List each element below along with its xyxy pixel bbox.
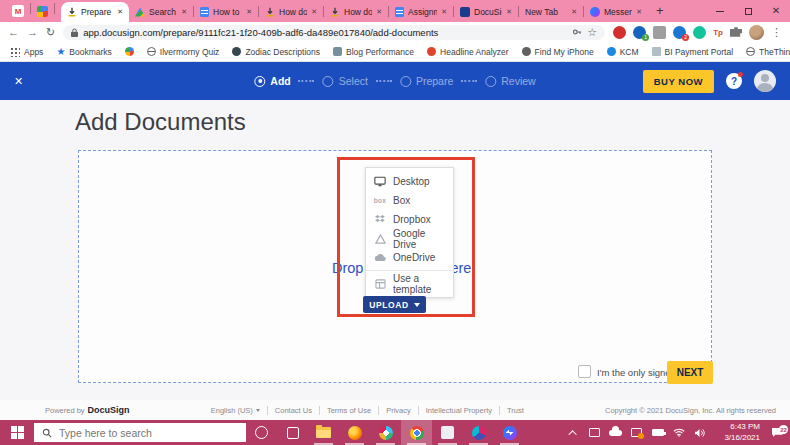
- grammarly-icon[interactable]: [693, 26, 706, 39]
- snip-tray-button[interactable]: [626, 420, 647, 445]
- maximize-button[interactable]: [734, 0, 762, 22]
- profile-avatar[interactable]: [749, 25, 764, 40]
- volume-button[interactable]: [689, 420, 710, 445]
- menu-item-google-drive[interactable]: Google Drive: [366, 229, 453, 248]
- step-prepare[interactable]: Prepare: [400, 75, 453, 87]
- tab-close-icon[interactable]: ✕: [311, 8, 317, 16]
- menu-item-onedrive[interactable]: OneDrive: [366, 248, 453, 267]
- bookmark-folder[interactable]: ★Bookmarks: [56, 47, 111, 57]
- action-center-button[interactable]: 22: [764, 428, 790, 437]
- footer-link-terms[interactable]: Terms of Use: [319, 406, 378, 415]
- tab-docusign[interactable]: DocuSig ✕: [454, 2, 518, 22]
- task-view-button[interactable]: [277, 420, 308, 445]
- step-select[interactable]: Select: [323, 75, 368, 87]
- next-button[interactable]: NEXT: [667, 361, 713, 384]
- tp-extension-icon[interactable]: Tp: [713, 26, 723, 39]
- tab-assignment[interactable]: Assignm ✕: [389, 2, 453, 22]
- bookmark-ilvermorny[interactable]: Ilvermorny Quiz: [147, 47, 220, 57]
- box-icon: box: [374, 197, 386, 204]
- tab-how-to[interactable]: How to ✕: [194, 2, 258, 22]
- google-app-icon[interactable]: [37, 6, 48, 17]
- footer-link-privacy[interactable]: Privacy: [378, 406, 418, 415]
- extensions-puzzle-icon[interactable]: [730, 26, 742, 38]
- back-icon[interactable]: ←: [8, 27, 19, 38]
- forward-icon[interactable]: →: [27, 27, 38, 38]
- gmail-icon[interactable]: M: [12, 5, 24, 17]
- menu-item-desktop[interactable]: Desktop: [366, 172, 453, 191]
- tab-prepare[interactable]: Prepare ✕: [61, 2, 129, 22]
- paint3d-button[interactable]: [463, 420, 494, 445]
- minimize-button[interactable]: [706, 0, 734, 22]
- footer-link-trust[interactable]: Trust: [499, 406, 531, 415]
- messenger-icon: [590, 7, 600, 17]
- reload-icon[interactable]: ↻: [46, 27, 55, 38]
- slack-button[interactable]: [370, 420, 401, 445]
- key-icon[interactable]: [572, 27, 582, 37]
- buy-now-button[interactable]: BUY NOW: [643, 70, 714, 93]
- bookmark-apps[interactable]: Apps: [10, 47, 43, 57]
- tab-close-icon[interactable]: ✕: [506, 8, 512, 16]
- firefox-button[interactable]: [339, 420, 370, 445]
- address-bar[interactable]: app.docusign.com/prepare/9111fc21-1f20-4…: [63, 25, 605, 40]
- battery-button[interactable]: [647, 420, 668, 445]
- bookmark-zodiac[interactable]: Zodiac Descriptions: [232, 47, 320, 57]
- your-phone-button[interactable]: [584, 420, 605, 445]
- footer-link-ip[interactable]: Intellectual Property: [418, 406, 499, 415]
- tab-close-icon[interactable]: ✕: [441, 8, 447, 16]
- taskbar-clock[interactable]: 6:43 PM 3/16/2021: [710, 422, 764, 443]
- bookmark-headline-analyzer[interactable]: Headline Analyzer: [427, 47, 509, 57]
- bookmark-star-icon[interactable]: ☆: [587, 27, 597, 38]
- firefox-icon: [348, 426, 362, 440]
- exit-prepare-icon[interactable]: ✕: [14, 75, 23, 88]
- tab-close-icon[interactable]: ✕: [246, 8, 252, 16]
- start-button[interactable]: [0, 420, 34, 445]
- keeper-icon[interactable]: 1: [633, 26, 646, 39]
- step-review[interactable]: Review: [485, 75, 535, 87]
- chrome-button[interactable]: [401, 420, 432, 445]
- menu-item-dropbox[interactable]: Dropbox: [366, 210, 453, 229]
- tray-expand-button[interactable]: [563, 420, 584, 445]
- grey-extension-icon[interactable]: [653, 26, 666, 39]
- menu-item-use-template[interactable]: Use a template: [366, 274, 453, 293]
- bookmark-find-my-iphone[interactable]: Find My iPhone: [522, 47, 594, 57]
- shield-extension-icon[interactable]: 2: [673, 26, 686, 39]
- bookmark-bi-payment[interactable]: BI Payment Portal: [652, 47, 734, 57]
- notes-app-button[interactable]: [432, 420, 463, 445]
- language-selector[interactable]: English (US): [204, 406, 267, 415]
- tab-new-tab[interactable]: New Tab ✕: [519, 2, 583, 22]
- taskbar-search[interactable]: [34, 423, 246, 442]
- adblock-icon[interactable]: [613, 26, 626, 39]
- upload-button[interactable]: UPLOAD: [363, 296, 426, 313]
- cortana-button[interactable]: [246, 420, 277, 445]
- help-icon[interactable]: ?: [726, 73, 742, 89]
- tab-how-do-2[interactable]: How do ✕: [324, 2, 388, 22]
- only-signer-checkbox[interactable]: [578, 365, 591, 378]
- bookmark-blog-performance[interactable]: Blog Performance: [333, 47, 414, 57]
- tab-close-icon[interactable]: ✕: [117, 8, 123, 16]
- bookmark-thethings[interactable]: TheThings Contribu...: [746, 47, 790, 57]
- footer-link-contact[interactable]: Contact Us: [267, 406, 319, 415]
- close-button[interactable]: ✕: [762, 0, 790, 22]
- step-add[interactable]: Add: [254, 75, 290, 87]
- only-signer-label[interactable]: I'm the only signer: [597, 367, 674, 378]
- tab-close-icon[interactable]: ✕: [181, 8, 187, 16]
- tab-close-icon[interactable]: ✕: [376, 8, 382, 16]
- tab-close-icon[interactable]: ✕: [571, 8, 577, 16]
- tab-title: Assignm: [408, 7, 437, 17]
- new-tab-button[interactable]: +: [656, 3, 664, 18]
- maximize-icon: [745, 8, 752, 15]
- account-avatar[interactable]: [754, 70, 776, 92]
- wifi-button[interactable]: [668, 420, 689, 445]
- tab-close-icon[interactable]: ✕: [636, 8, 642, 16]
- file-explorer-button[interactable]: [308, 420, 339, 445]
- search-input[interactable]: [59, 427, 209, 439]
- bookmark-pinwheel[interactable]: [125, 47, 134, 56]
- messenger-button[interactable]: [494, 420, 525, 445]
- tab-search[interactable]: Search ✕: [129, 2, 193, 22]
- tab-messenger[interactable]: Messen ✕: [584, 2, 648, 22]
- bookmark-kcm[interactable]: KCM: [607, 47, 639, 57]
- menu-item-box[interactable]: box Box: [366, 191, 453, 210]
- tab-how-do-1[interactable]: How do ✕: [259, 2, 323, 22]
- onedrive-tray-button[interactable]: [605, 420, 626, 445]
- browser-menu-icon[interactable]: ⋮: [771, 27, 782, 38]
